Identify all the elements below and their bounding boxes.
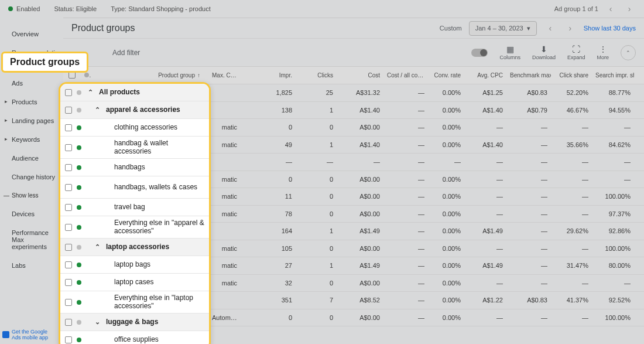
row-clicks: — (296, 158, 337, 165)
col-conv-rate[interactable]: Conv. rate (428, 72, 464, 79)
row-clicks: 1 (296, 227, 337, 234)
row-checkbox[interactable] (65, 204, 72, 211)
download-button[interactable]: ⬇Download (532, 45, 556, 60)
custom-label: Custom (440, 25, 462, 32)
nav-labs[interactable]: Labs (0, 256, 63, 275)
chevron-up-icon[interactable]: ⌃ (93, 106, 101, 114)
tree-leaf-row[interactable]: office supplies (60, 331, 209, 344)
prev-adgroup-icon[interactable]: ‹ (604, 4, 617, 13)
tree-parent-row[interactable]: ⌃laptop accessories (60, 239, 209, 256)
collapse-icon[interactable]: ⌃ (621, 45, 636, 60)
add-filter-button[interactable]: Add filter (112, 49, 140, 57)
col-cost-all-conv[interactable]: Cost / all conv. (383, 72, 428, 79)
type-value: Standard Shopping - product (128, 5, 211, 12)
tree-leaf-row[interactable]: Everything else in "apparel & accessorie… (60, 216, 209, 239)
col-impr[interactable]: Impr. (241, 72, 296, 79)
tree-leaf-row[interactable]: travel bag (60, 199, 209, 216)
row-checkbox[interactable] (65, 184, 72, 191)
nav-keywords[interactable]: Keywords (0, 130, 63, 149)
row-checkbox[interactable] (65, 224, 72, 231)
tree-parent-row[interactable]: ⌃All products (60, 84, 209, 101)
row-click-share: 35.66% (551, 141, 592, 148)
row-impr: 1,825 (241, 89, 296, 96)
col-cost[interactable]: Cost (337, 72, 383, 79)
columns-button[interactable]: ▦Columns (499, 45, 520, 60)
date-next-icon[interactable]: › (564, 23, 577, 33)
row-checkbox[interactable] (65, 164, 72, 171)
row-checkbox[interactable] (65, 244, 72, 251)
date-prev-icon[interactable]: ‹ (544, 23, 557, 33)
status-dot-icon (77, 185, 81, 190)
tree-leaf-row[interactable]: handbags (60, 159, 209, 176)
tree-leaf-row[interactable]: clothing accessories (60, 119, 209, 137)
chevron-up-icon[interactable]: ⌃ (93, 243, 101, 251)
col-product-group[interactable]: Product group↑ (91, 72, 208, 79)
row-benchmark: — (506, 124, 551, 131)
status-dot-icon (8, 6, 13, 11)
row-checkbox[interactable] (65, 336, 72, 343)
row-checkbox[interactable] (65, 261, 72, 268)
col-max-cpc[interactable]: Max. CPC (208, 72, 241, 79)
col-click-share[interactable]: Click share (551, 72, 592, 79)
tree-label: apparel & accessories (106, 106, 204, 114)
row-avg-cpc: — (464, 193, 506, 200)
nav-overview[interactable]: Overview (0, 25, 63, 43)
row-avg-cpc: A$1.49 (464, 227, 506, 234)
tree-leaf-row[interactable]: laptop cases (60, 274, 209, 291)
col-search-impr-share[interactable]: Search impr. share (592, 72, 634, 79)
nav-devices[interactable]: Devices (0, 205, 63, 223)
row-impr: 351 (241, 297, 296, 304)
chevron-down-icon[interactable]: ⌄ (93, 318, 101, 326)
nav-ads[interactable]: Ads (0, 74, 63, 93)
mobile-app-promo[interactable]: Get the GoogleAds mobile app (2, 329, 48, 340)
row-cost-all-conv: — (383, 124, 428, 131)
row-cost-all-conv: — (383, 141, 428, 148)
row-sis: 100.00% (592, 245, 634, 252)
tree-parent-row[interactable]: ⌄luggage & bags (60, 314, 209, 331)
col-benchmark[interactable]: Benchmark max. CPC (506, 72, 551, 79)
row-avg-cpc: A$1.40 (464, 141, 506, 148)
tree-leaf-row[interactable]: laptop bags (60, 256, 209, 274)
nav-show-less[interactable]: Show less (0, 186, 63, 205)
row-cost: A$1.40 (337, 141, 383, 148)
row-cost: A$1.49 (337, 227, 383, 234)
expand-button[interactable]: ⛶Expand (567, 45, 585, 60)
col-clicks[interactable]: Clicks (296, 72, 337, 79)
nav-change-history[interactable]: Change history (0, 168, 63, 186)
tree-leaf-row[interactable]: handbag & wallet accessories (60, 137, 209, 159)
status-dot-icon (77, 225, 81, 230)
chart-toggle[interactable] (471, 49, 488, 57)
nav-products[interactable]: Products (0, 93, 63, 111)
tree-label: office supplies (114, 336, 204, 344)
tree-parent-row[interactable]: ⌃apparel & accessories (60, 101, 209, 119)
tree-leaf-row[interactable]: Everything else in "laptop accessories" (60, 291, 209, 314)
tree-leaf-row[interactable]: handbags, wallets & cases (60, 176, 209, 199)
nav-landing-pages[interactable]: Landing pages (0, 111, 63, 130)
row-clicks: 1 (296, 262, 337, 269)
row-conv-rate: 0.00% (428, 262, 464, 269)
row-clicks: 0 (296, 124, 337, 131)
expand-icon: ⛶ (572, 45, 580, 53)
row-clicks: 7 (296, 297, 337, 304)
next-adgroup-icon[interactable]: › (623, 4, 636, 13)
chevron-up-icon[interactable]: ⌃ (86, 88, 94, 96)
row-clicks: 0 (296, 176, 337, 183)
tree-label: laptop cases (114, 278, 204, 287)
row-checkbox[interactable] (65, 299, 72, 306)
nav-audience[interactable]: Audience (0, 149, 63, 168)
row-checkbox[interactable] (65, 89, 72, 96)
more-button[interactable]: ⋮More (597, 45, 609, 60)
date-range-button[interactable]: Jan 4 – 30, 2023 ▾ (469, 21, 537, 36)
row-checkbox[interactable] (65, 319, 72, 326)
show-last-30-link[interactable]: Show last 30 days (584, 25, 636, 32)
row-checkbox[interactable] (65, 144, 72, 151)
col-avg-cpc[interactable]: Avg. CPC (464, 72, 506, 79)
row-max-cpc: matic (208, 176, 241, 183)
row-benchmark: — (506, 141, 551, 148)
nav-pmax[interactable]: Performance Max experiments (0, 223, 63, 256)
row-checkbox[interactable] (65, 279, 72, 286)
row-cost: A$0.00 (337, 280, 383, 287)
row-checkbox[interactable] (65, 107, 72, 114)
row-checkbox[interactable] (65, 124, 72, 131)
row-clicks: 1 (296, 107, 337, 114)
